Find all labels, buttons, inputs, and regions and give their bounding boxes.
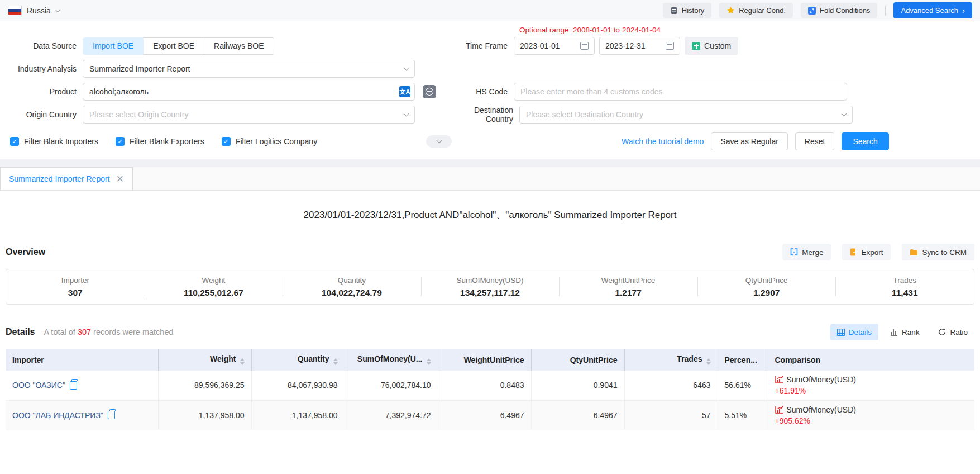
chevron-down-icon [436, 138, 442, 144]
sort-icon[interactable] [240, 358, 245, 365]
stat-label: Importer [61, 276, 89, 285]
table-row: ООО "ЛАБ ИНДАСТРИЗ" 1,137,958.00 1,137,9… [6, 400, 974, 430]
stat-label: Weight [202, 276, 225, 285]
destination-country-label: Destination Country [447, 106, 519, 124]
chevron-right-icon [962, 6, 965, 15]
sort-icon[interactable] [333, 358, 338, 365]
sum-cell: 7,392,974.72 [345, 400, 438, 430]
weight-cell: 1,137,958.00 [158, 400, 251, 430]
table-row: ООО "ОАЗИС" 89,596,369.25 84,067,930.98 … [6, 371, 974, 400]
col-quantity[interactable]: Quantity [251, 349, 345, 371]
close-icon[interactable]: ✕ [116, 174, 124, 184]
regular-cond-button[interactable]: Regular Cond. [719, 3, 793, 18]
stat-value: 1.2177 [615, 288, 641, 298]
view-details-button[interactable]: Details [830, 324, 878, 340]
trades-cell: 57 [624, 400, 718, 430]
date-from-value: 2023-01-01 [520, 41, 560, 50]
checkbox-checked-icon [10, 137, 19, 146]
origin-country-placeholder: Please select Origin Country [89, 110, 188, 119]
view-rank-label: Rank [902, 328, 920, 336]
star-icon [726, 6, 735, 15]
col-weight[interactable]: Weight [158, 349, 251, 371]
tutorial-demo-link[interactable]: Watch the tutorial demo [622, 137, 704, 146]
stat-label: QtyUnitPrice [745, 276, 788, 285]
chevron-down-icon [55, 7, 60, 12]
data-source-label: Data Source [0, 41, 83, 50]
translate-icon[interactable]: 文A [399, 86, 410, 97]
details-grid-icon [837, 329, 845, 336]
date-to-value: 2023-12-31 [605, 41, 646, 50]
country-selector[interactable]: Russia [8, 6, 60, 15]
stat-trades: Trades 11,431 [835, 269, 974, 304]
optional-range-text: Optional range: 2008-01-01 to 2024-01-04 [519, 26, 661, 34]
merge-button[interactable]: Merge [782, 244, 831, 260]
ratio-icon [938, 328, 946, 336]
checkbox-checked-icon [222, 137, 231, 146]
copy-icon[interactable] [108, 411, 115, 419]
copy-icon[interactable] [70, 381, 77, 390]
importer-name-link[interactable]: ООО "ОАЗИС" [12, 381, 65, 390]
overview-heading: Overview [6, 247, 45, 257]
stat-value: 11,431 [892, 288, 918, 298]
view-rank-button[interactable]: Rank [884, 324, 926, 340]
export-button[interactable]: Export [842, 244, 891, 260]
reset-button[interactable]: Reset [795, 132, 835, 150]
synonym-icon[interactable] [423, 85, 436, 98]
product-input[interactable] [83, 83, 415, 101]
origin-country-select[interactable]: Please select Origin Country [83, 106, 415, 124]
sync-to-crm-button[interactable]: Sync to CRM [902, 244, 974, 260]
matched-count: 307 [78, 328, 91, 336]
history-button[interactable]: History [663, 3, 711, 18]
tab-summarized-importer-report[interactable]: Summarized Importer Report ✕ [0, 167, 133, 190]
sort-icon[interactable] [427, 358, 431, 365]
result-tab-strip: Summarized Importer Report ✕ [0, 159, 980, 191]
hs-code-label: HS Code [447, 87, 514, 96]
time-frame-label: Time Frame [447, 41, 514, 50]
save-as-regular-button[interactable]: Save as Regular [711, 132, 788, 150]
col-importer: Importer [6, 349, 158, 371]
trend-chart-icon [775, 376, 783, 383]
comparison-metric: SumOfMoney(USD) [787, 405, 856, 414]
details-heading: Details [6, 327, 35, 337]
overview-stats-card: Importer 307 Weight 110,255,012.67 Quant… [6, 269, 974, 305]
tab-import-boe[interactable]: Import BOE [83, 37, 144, 55]
date-to-input[interactable]: 2023-12-31 [599, 37, 680, 55]
date-from-input[interactable]: 2023-01-01 [514, 37, 595, 55]
russia-flag-icon [8, 6, 22, 15]
custom-range-button[interactable]: Custom [685, 37, 738, 55]
history-label: History [682, 6, 704, 15]
hs-code-input[interactable] [514, 83, 847, 101]
report-title: 2023/01/01-2023/12/31,Product AND"alcoho… [0, 208, 980, 221]
matched-suffix: records were matched [93, 328, 173, 336]
wup-cell: 6.4967 [438, 400, 531, 430]
importer-name-link[interactable]: ООО "ЛАБ ИНДАСТРИЗ" [12, 411, 103, 420]
filter-blank-importers-label: Filter Blank Importers [24, 137, 98, 146]
col-sum-of-money[interactable]: SumOfMoney(U... [345, 349, 438, 371]
fold-conditions-label: Fold Conditions [820, 6, 870, 15]
search-button[interactable]: Search [842, 132, 888, 150]
fold-conditions-button[interactable]: Fold Conditions [801, 3, 877, 18]
qup-cell: 0.9041 [531, 371, 624, 400]
filter-blank-importers-checkbox[interactable]: Filter Blank Importers [10, 137, 98, 146]
stat-value: 1.2907 [753, 288, 780, 298]
col-trades[interactable]: Trades [624, 349, 718, 371]
tab-railways-boe[interactable]: Railways BOE [204, 37, 274, 55]
origin-country-label: Origin Country [0, 110, 83, 119]
industry-analysis-select[interactable]: Summarized Importer Report [83, 60, 415, 78]
destination-country-select[interactable]: Please select Destination Country [519, 106, 853, 124]
collapse-conditions-button[interactable] [426, 135, 452, 148]
percent-cell: 5.51% [718, 400, 768, 430]
divider [885, 6, 886, 16]
comparison-change: +61.91% [775, 386, 968, 395]
stat-quantity: Quantity 104,022,724.79 [283, 269, 421, 304]
advanced-search-button[interactable]: Advanced Search [893, 2, 972, 18]
filter-logitics-company-checkbox[interactable]: Filter Logitics Company [222, 137, 317, 146]
matched-prefix: A total of [44, 328, 75, 336]
view-ratio-button[interactable]: Ratio [931, 324, 974, 340]
stat-value: 134,257,117.12 [460, 288, 520, 298]
comparison-cell: SumOfMoney(USD) +905.62% [768, 400, 974, 430]
filter-blank-exporters-checkbox[interactable]: Filter Blank Exporters [116, 137, 204, 146]
merge-label: Merge [802, 248, 823, 257]
tab-export-boe[interactable]: Export BOE [144, 37, 204, 55]
sort-icon[interactable] [706, 358, 711, 365]
